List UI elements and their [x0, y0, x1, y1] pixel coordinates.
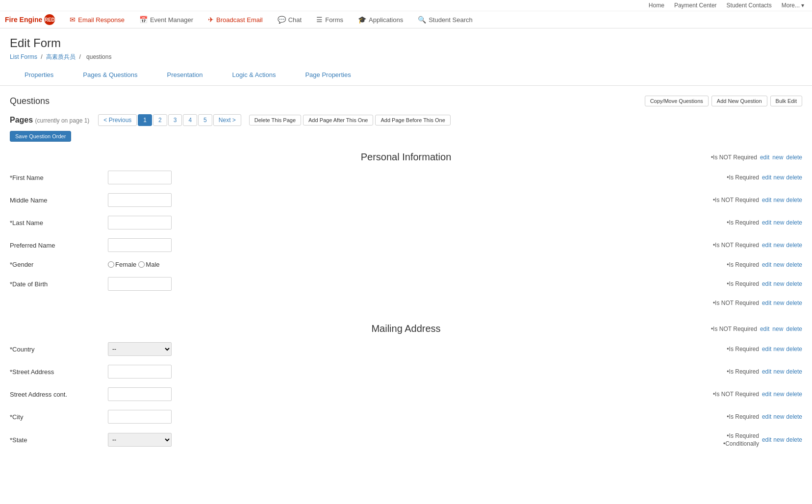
- nav-forms[interactable]: ☰ Forms: [316, 16, 343, 24]
- gender-male-radio[interactable]: [138, 261, 145, 268]
- middle-name-new-link[interactable]: new: [773, 197, 784, 203]
- preferred-name-edit-link[interactable]: edit: [762, 242, 771, 249]
- top-nav-payment[interactable]: Payment Center: [674, 2, 717, 9]
- state-delete-link[interactable]: delete: [786, 436, 802, 443]
- street-cont-edit-link[interactable]: edit: [762, 391, 771, 398]
- street-new-link[interactable]: new: [773, 368, 784, 375]
- city-delete-link[interactable]: delete: [786, 413, 802, 420]
- delete-page-button[interactable]: Delete This Page: [249, 115, 301, 126]
- street-address-input[interactable]: [108, 365, 172, 378]
- street-cont-new-link[interactable]: new: [773, 391, 784, 398]
- bulk-edit-button[interactable]: Bulk Edit: [770, 96, 802, 106]
- mailing-edit-link[interactable]: edit: [760, 326, 769, 332]
- top-nav-home[interactable]: Home: [649, 2, 664, 9]
- middle-name-edit-link[interactable]: edit: [762, 197, 771, 203]
- dob-input[interactable]: [108, 277, 172, 291]
- city-edit-link[interactable]: edit: [762, 413, 771, 420]
- top-nav-more[interactable]: More... ▾: [782, 2, 804, 9]
- street-address-cont-field: [108, 387, 196, 401]
- page-4-button[interactable]: 4: [183, 114, 197, 126]
- nav-chat[interactable]: 💬 Chat: [278, 16, 302, 24]
- gender-actions: edit new delete: [762, 261, 802, 268]
- street-edit-link[interactable]: edit: [762, 368, 771, 375]
- last-name-field: [108, 216, 196, 229]
- preferred-name-delete-link[interactable]: delete: [786, 242, 802, 249]
- page-3-button[interactable]: 3: [168, 114, 182, 126]
- street-address-meta: •Is Required edit new delete: [665, 368, 802, 375]
- street-address-cont-label: Street Address cont.: [10, 391, 108, 398]
- breadcrumb-form-name[interactable]: 高素质兵员: [46, 53, 76, 60]
- gender-new-link[interactable]: new: [773, 261, 784, 268]
- state-edit-link[interactable]: edit: [762, 436, 771, 443]
- page-2-button[interactable]: 2: [153, 114, 167, 126]
- last-name-delete-link[interactable]: delete: [786, 219, 802, 226]
- country-delete-link[interactable]: delete: [786, 346, 802, 353]
- gender-delete-link[interactable]: delete: [786, 261, 802, 268]
- logo[interactable]: Fire Engine RED: [5, 14, 55, 25]
- add-before-page-button[interactable]: Add Page Before This One: [375, 115, 450, 126]
- nav-student-search[interactable]: 🔍 Student Search: [418, 16, 473, 24]
- next-page-button[interactable]: Next >: [213, 114, 241, 126]
- last-name-input[interactable]: [108, 216, 172, 229]
- street-delete-link[interactable]: delete: [786, 368, 802, 375]
- city-new-link[interactable]: new: [773, 413, 784, 420]
- personal-info-new-link[interactable]: new: [772, 154, 783, 161]
- dob-delete-link[interactable]: delete: [786, 280, 802, 287]
- personal-info-delete-link[interactable]: delete: [786, 154, 802, 161]
- nav-email-response[interactable]: ✉ Email Response: [70, 16, 125, 24]
- gender-male-option[interactable]: Male: [138, 261, 159, 268]
- state-new-link[interactable]: new: [773, 436, 784, 443]
- prev-page-button[interactable]: < Previous: [98, 114, 137, 126]
- state-select[interactable]: --: [108, 433, 172, 447]
- tab-properties[interactable]: Properties: [10, 65, 68, 85]
- street-address-cont-input[interactable]: [108, 387, 172, 401]
- preferred-name-input[interactable]: [108, 238, 172, 252]
- mailing-delete-link[interactable]: delete: [786, 326, 802, 332]
- top-nav-contacts[interactable]: Student Contacts: [727, 2, 772, 9]
- gender-female-option[interactable]: Female: [108, 261, 136, 268]
- first-name-new-link[interactable]: new: [773, 174, 784, 181]
- first-name-edit-link[interactable]: edit: [762, 174, 771, 181]
- dob-edit-link[interactable]: edit: [762, 280, 771, 287]
- country-new-link[interactable]: new: [773, 346, 784, 353]
- nav-broadcast-email[interactable]: ✈ Broadcast Email: [208, 16, 263, 24]
- city-input[interactable]: [108, 410, 172, 424]
- street-cont-delete-link[interactable]: delete: [786, 391, 802, 398]
- gender-edit-link[interactable]: edit: [762, 261, 771, 268]
- extra-delete-link[interactable]: delete: [786, 300, 802, 306]
- copy-move-button[interactable]: Copy/Move Questions: [645, 96, 709, 106]
- add-after-page-button[interactable]: Add Page After This One: [303, 115, 373, 126]
- personal-info-section-meta: •Is NOT Required edit new delete: [711, 154, 802, 161]
- mailing-new-link[interactable]: new: [772, 326, 783, 332]
- first-name-input[interactable]: [108, 171, 172, 184]
- tab-presentation[interactable]: Presentation: [152, 65, 218, 85]
- nav-event-manager[interactable]: 📅 Event Manager: [139, 16, 193, 24]
- country-edit-link[interactable]: edit: [762, 346, 771, 353]
- page-1-button[interactable]: 1: [138, 114, 152, 126]
- dob-new-link[interactable]: new: [773, 280, 784, 287]
- tab-logic-actions[interactable]: Logic & Actions: [218, 65, 291, 85]
- country-select[interactable]: --: [108, 342, 172, 356]
- page-actions: Delete This Page Add Page After This One…: [249, 115, 451, 126]
- page-5-button[interactable]: 5: [198, 114, 212, 126]
- dob-meta: •Is Required edit new delete: [665, 280, 802, 287]
- personal-info-edit-link[interactable]: edit: [760, 154, 769, 161]
- middle-name-delete-link[interactable]: delete: [786, 197, 802, 203]
- nav-applications[interactable]: 🎓 Applications: [358, 16, 403, 24]
- extra-edit-link[interactable]: edit: [762, 300, 771, 306]
- gender-row: *Gender Female Male •Is Required: [10, 259, 802, 270]
- last-name-meta: •Is Required edit new delete: [665, 219, 802, 226]
- preferred-name-new-link[interactable]: new: [773, 242, 784, 249]
- middle-name-input[interactable]: [108, 193, 172, 207]
- first-name-delete-link[interactable]: delete: [786, 174, 802, 181]
- last-name-edit-link[interactable]: edit: [762, 219, 771, 226]
- gender-female-radio[interactable]: [108, 261, 114, 268]
- last-name-new-link[interactable]: new: [773, 219, 784, 226]
- extra-new-link[interactable]: new: [773, 300, 784, 306]
- save-question-order-button[interactable]: Save Question Order: [10, 131, 71, 142]
- tab-page-properties[interactable]: Page Properties: [290, 65, 365, 85]
- breadcrumb-list-forms[interactable]: List Forms: [10, 53, 37, 60]
- tab-pages-questions[interactable]: Pages & Questions: [68, 65, 152, 85]
- add-new-question-button[interactable]: Add New Question: [711, 96, 767, 106]
- state-actions: edit new delete: [762, 436, 802, 443]
